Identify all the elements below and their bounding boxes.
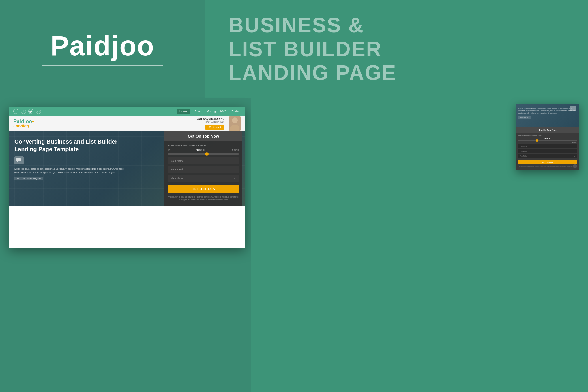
social-icons: f t g+ in [13,109,41,114]
hero-section: Converting Business and List Builder Lan… [9,131,245,206]
svg-rect-0 [16,158,21,161]
small-impressions-label: How much impressions do you want? [518,135,577,136]
brand-underline [42,65,163,66]
small-email-input[interactable]: Your Email [518,149,577,153]
browser-mockup-large: f t g+ in Home About Pricing FAQ Contact [9,107,245,248]
logo-paidjoo: Paidjoo•• [13,119,34,124]
linkedin-icon[interactable]: in [36,109,41,114]
small-niche-select[interactable]: Your Niche ▼ [518,154,577,158]
small-hero-text: Etiam porta sem malesuada magna mollis e… [518,107,577,114]
select-arrow-icon: ▼ [234,177,236,180]
top-section: Paidjoo BUSINESS & LIST BUILDER LANDING … [0,0,588,98]
small-hero: Etiam porta sem malesuada magna mollis e… [516,104,579,127]
logo-landing: Landing [13,124,34,128]
small-attribution: John Doe, USA [518,116,531,119]
svg-marker-1 [17,161,18,162]
nav-bar: f t g+ in Home About Pricing FAQ Contact [9,107,245,116]
chat-bubble-icon [14,156,24,164]
small-form-footer: Vestibulum id ligula porta felis euismod… [518,166,577,169]
slider-row: 10 300 K 1,000 K [168,148,239,152]
brand-area: Paidjoo [0,0,205,98]
small-form-title: Get On Top Now [518,129,578,131]
form-card-large: Get On Top Now How much impressions do y… [164,131,242,206]
right-section: Etiam porta sem malesuada magna mollis e… [251,98,588,392]
small-name-input[interactable]: Your Name [518,144,577,148]
nav-faq[interactable]: FAQ [220,110,226,113]
tagline-area: BUSINESS & LIST BUILDER LANDING PAGE [205,0,588,98]
small-slider-track[interactable] [518,140,577,141]
header-right: Got any question? Chat with us live! Go … [196,116,241,131]
question-area: Got any question? Chat with us live! Go … [196,117,224,130]
nav-contact[interactable]: Contact [231,110,241,113]
browser-mockup-small: Etiam porta sem malesuada magna mollis e… [516,104,579,170]
twitter-icon[interactable]: t [21,109,26,114]
slider-track[interactable] [168,153,239,155]
form-title: Get On Top Now [167,134,239,138]
left-preview: f t g+ in Home About Pricing FAQ Contact [0,98,251,392]
form-footer: Vestibulum id ligula porta felis euismod… [168,196,239,201]
small-slider-value: 300 K [518,137,577,140]
hero-body-text: Morbi leo risus, porta ac consectetur ac… [14,167,124,174]
brand-title: Paidjoo [50,32,155,60]
nav-about[interactable]: About [195,110,202,113]
slider-min: 10 [168,149,170,151]
header-bar: Paidjoo•• Landing Got any question? Chat… [9,116,245,131]
facebook-icon[interactable]: f [13,109,18,114]
form-card-body: How much impressions do you want? 10 300… [164,141,242,204]
submit-button[interactable]: GET ACCESS [168,185,239,193]
main-content: f t g+ in Home About Pricing FAQ Contact [0,98,588,392]
niche-select[interactable]: Your Niche ▼ [168,175,239,182]
small-select-arrow-icon: ▼ [574,155,575,157]
question-sub: Chat with us live! [196,121,224,123]
hero-attribution: John Doe, United Kingdom [14,177,43,180]
tagline: BUSINESS & LIST BUILDER LANDING PAGE [229,13,397,85]
chat-button[interactable]: Go to chat [205,125,224,130]
nav-pricing[interactable]: Pricing [207,110,216,113]
name-input[interactable]: Your Name [168,157,239,164]
googleplus-icon[interactable]: g+ [28,109,33,114]
slider-thumb[interactable] [205,152,209,156]
slider-value: 300 K [196,148,206,152]
logo-area: Paidjoo•• Landing [13,119,34,128]
impressions-label: How much impressions do you want? [168,144,239,147]
small-form-card: Get On Top Now How much impressions do y… [516,127,579,170]
nav-links: Home About Pricing FAQ Contact [177,109,241,114]
small-chat-icon [570,106,576,111]
form-card-header: Get On Top Now [164,131,242,141]
nav-home[interactable]: Home [177,109,190,114]
avatar [229,116,241,131]
email-input[interactable]: Your Email [168,166,239,173]
hero-left: Converting Business and List Builder Lan… [9,131,130,206]
slider-max: 1,000 K [232,149,239,151]
small-form-header: Get On Top Now [516,127,579,133]
small-submit-button[interactable]: GET ACCESS [518,160,577,164]
hero-title: Converting Business and List Builder Lan… [14,138,124,153]
small-slider-max: 1,000 K [518,141,577,143]
question-title: Got any question? [196,117,224,121]
small-form-body: How much impressions do you want? 300 K … [516,133,579,170]
